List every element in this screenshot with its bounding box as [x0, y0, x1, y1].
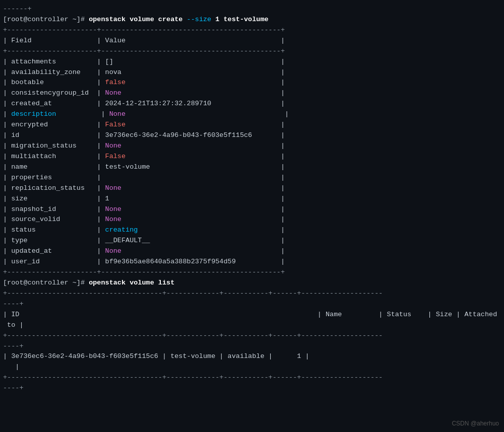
row-type: | type | __DEFAULT__ | [3, 236, 501, 246]
row-bootable: | bootable | false | [3, 78, 501, 88]
row-encrypted: | encrypted | False | [3, 120, 501, 130]
table-header-border: +----------------------+----------------… [3, 46, 501, 57]
row-availability-zone: | availability_zone | nova | [3, 67, 501, 78]
command-create: [root@controller ~]# openstack volume cr… [3, 15, 501, 25]
row-snapshot-id: | snapshot_id | None | [3, 204, 501, 215]
list-header-cont: to | [3, 320, 501, 331]
row-multiattach: | multiattach | False | [3, 152, 501, 162]
list-header-border1: +--------------------------------------+… [3, 331, 501, 341]
row-attachments: | attachments | [] | [3, 57, 501, 67]
terminal: ------+ [root@controller ~]# openstack v… [0, 0, 504, 432]
prompt2: [root@controller ~]# [3, 279, 89, 286]
list-data-row: | 3e736ec6-36e2-4a96-b043-f603e5f115c6 |… [3, 351, 501, 362]
list-border-bottom2: ----+ [3, 383, 501, 394]
row-replication-status: | replication_status | None | [3, 183, 501, 194]
row-description: | description | None | [3, 109, 501, 120]
border-top: ------+ [3, 4, 501, 15]
row-properties: | properties | | [3, 173, 501, 183]
row-name: | name | test-volume | [3, 162, 501, 173]
row-user-id: | user_id | bf9e36b5ae8640a5a388b2375f95… [3, 257, 501, 267]
list-border-top1: +--------------------------------------+… [3, 289, 501, 299]
cmd-args: 1 test-volume [211, 16, 268, 23]
list-border-top2: ----+ [3, 299, 501, 310]
table-border-bottom: +----------------------+----------------… [3, 267, 501, 278]
row-id: | id | 3e736ec6-36e2-4a96-b043-f603e5f11… [3, 130, 501, 141]
cmd-list: openstack volume list [89, 279, 174, 286]
row-source-volid: | source_volid | None | [3, 214, 501, 225]
table-border-top: +----------------------+----------------… [3, 25, 501, 36]
row-migration-status: | migration_status | None | [3, 141, 501, 152]
prompt: [root@controller ~]# [3, 16, 89, 23]
row-status: | status | creating | [3, 225, 501, 236]
row-size: | size | 1 | [3, 194, 501, 204]
cmd-openstack: openstack volume create [89, 16, 186, 23]
list-data-row-cont: | [3, 362, 501, 373]
watermark: CSDN @aherhuo [452, 420, 499, 427]
list-header-border2: ----+ [3, 341, 501, 352]
list-header-row: | ID | Name | Status | Size | Attached [3, 310, 501, 320]
table-header-row: | Field | Value | [3, 36, 501, 46]
row-updated-at: | updated_at | None | [3, 246, 501, 257]
cmd-flag: --size [187, 16, 212, 23]
row-created-at: | created_at | 2024-12-21T13:27:32.28971… [3, 99, 501, 109]
list-border-bottom1: +--------------------------------------+… [3, 373, 501, 383]
row-consistencygroup-id: | consistencygroup_id | None | [3, 88, 501, 99]
command-list: [root@controller ~]# openstack volume li… [3, 278, 501, 289]
